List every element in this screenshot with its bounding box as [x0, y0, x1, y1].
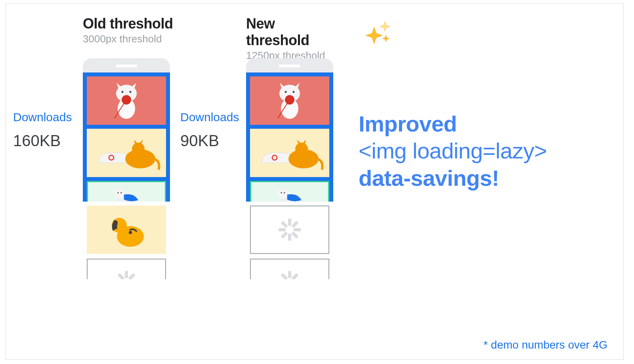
sparkle-icon — [362, 18, 393, 50]
new-threshold-header: New threshold 1250px threshold — [246, 15, 338, 51]
new-threshold-title: New threshold — [246, 15, 338, 49]
image-tile-cat-cape — [250, 181, 329, 202]
image-tile-cat-yarn — [250, 76, 329, 125]
image-tile-cat-cape — [87, 181, 166, 202]
headline: Improved <img loading=lazy> data-savings… — [359, 111, 628, 192]
svg-point-4 — [130, 91, 132, 93]
old-metrics: Downloads 160KB — [8, 15, 83, 279]
phone-old — [83, 58, 170, 279]
svg-point-9 — [115, 188, 125, 199]
headline-line-2: <img loading=lazy> — [359, 137, 628, 164]
image-tile-cat-sneaker — [250, 129, 329, 177]
downloads-label: Downloads — [13, 111, 72, 124]
phone-bezel — [246, 58, 333, 72]
old-threshold-subtitle: 3000px threshold — [83, 33, 173, 45]
loading-spinner-icon — [279, 271, 301, 279]
old-threshold-title: Old threshold — [83, 15, 173, 32]
svg-point-19 — [285, 91, 287, 93]
svg-point-23 — [295, 143, 308, 155]
headline-line-1: Improved — [359, 111, 628, 137]
downloads-size: 90KB — [180, 132, 239, 150]
svg-point-26 — [281, 192, 282, 193]
image-tile-cat-sneaker — [87, 129, 166, 177]
svg-point-15 — [129, 231, 132, 234]
svg-point-7 — [132, 143, 145, 155]
phone-viewport — [246, 72, 333, 202]
image-tile-cat-yarn — [87, 76, 166, 125]
svg-point-10 — [117, 192, 118, 193]
svg-point-25 — [278, 188, 288, 199]
downloads-size: 160KB — [13, 132, 72, 150]
downloads-label: Downloads — [180, 111, 239, 124]
image-tile-placeholder — [87, 259, 166, 279]
loading-spinner-icon — [115, 271, 137, 279]
old-threshold-header: Old threshold 3000px threshold — [83, 15, 173, 51]
svg-point-27 — [284, 192, 285, 193]
svg-point-14 — [115, 227, 117, 229]
phone-new — [246, 58, 333, 279]
headline-line-3: data-savings! — [359, 165, 628, 192]
phone-bezel — [83, 58, 170, 72]
svg-point-20 — [293, 91, 295, 93]
phone-viewport — [83, 72, 170, 202]
footnote: * demo numbers over 4G — [483, 339, 607, 351]
svg-point-3 — [122, 91, 124, 93]
svg-point-11 — [120, 192, 122, 193]
image-tile-dog — [87, 206, 166, 254]
image-tile-placeholder — [250, 206, 329, 254]
image-tile-placeholder — [250, 259, 329, 279]
loading-spinner-icon — [279, 219, 301, 241]
new-metrics: Downloads 90KB — [175, 15, 246, 279]
diagram-canvas: Downloads 160KB Old threshold 3000px thr… — [6, 3, 624, 360]
